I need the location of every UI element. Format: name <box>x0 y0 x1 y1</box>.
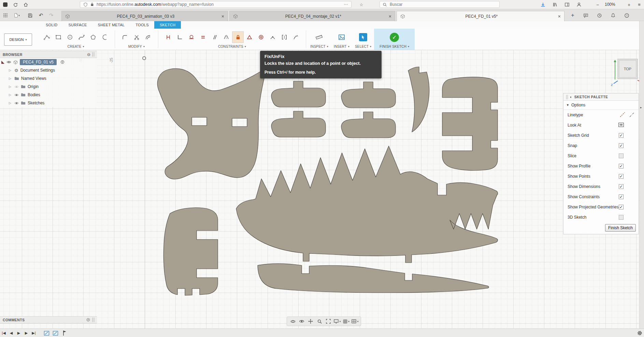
collapse-palette-icon[interactable]: ▸ <box>640 106 642 109</box>
close-tab-icon[interactable]: × <box>558 14 561 19</box>
offset-tool-icon[interactable] <box>142 31 154 43</box>
model-canvas[interactable]: -50 -25 Fix/UnFix <box>0 50 644 328</box>
timeline-position-marker[interactable] <box>62 330 68 336</box>
tab-sheet-metal[interactable]: SHEET METAL <box>92 21 130 29</box>
file-menu-icon[interactable]: ▾ <box>11 12 23 19</box>
sketch-profile-right-bracket[interactable] <box>442 77 498 171</box>
rectangle-tool-icon[interactable] <box>53 31 64 43</box>
search-input[interactable] <box>389 2 497 7</box>
sidebar-toggle-icon[interactable] <box>563 1 571 8</box>
create-menu[interactable]: CREATE▾ <box>67 45 84 48</box>
tangent-constraint-icon[interactable] <box>186 31 197 43</box>
comments-target-icon[interactable] <box>86 318 90 322</box>
visibility-eye-icon[interactable] <box>14 85 19 89</box>
grid-settings-icon[interactable]: ▾ <box>342 317 350 325</box>
fillet-tool-icon[interactable] <box>119 31 131 43</box>
viewports-icon[interactable]: ▾ <box>350 317 359 325</box>
show-constraints-checkbox[interactable] <box>619 194 624 199</box>
reload-icon[interactable] <box>12 1 19 8</box>
zoom-out-icon[interactable]: − <box>594 1 601 8</box>
browser-search-bar[interactable] <box>380 1 500 8</box>
modify-menu[interactable]: MODIFY▾ <box>128 45 145 48</box>
redo-icon[interactable]: ↷ <box>47 12 55 19</box>
visibility-eye-icon[interactable] <box>6 60 11 64</box>
shield-icon[interactable] <box>83 2 88 7</box>
help-icon[interactable] <box>622 12 631 19</box>
sketch-profile-horn[interactable] <box>408 67 429 132</box>
concentric-constraint-icon[interactable] <box>255 31 267 43</box>
new-tab-icon[interactable]: + <box>569 12 577 19</box>
downloads-icon[interactable] <box>539 1 547 8</box>
activate-target-icon[interactable] <box>60 60 65 64</box>
finish-sketch-menu[interactable]: FINISH SKETCH▾ <box>380 45 409 48</box>
finish-sketch-check-icon[interactable]: ✓ <box>389 31 400 43</box>
show-profile-checkbox[interactable] <box>619 164 624 168</box>
timeline-play-icon[interactable]: ▶ <box>16 330 22 336</box>
sketch-profile-foot[interactable] <box>271 81 326 107</box>
orbit-icon[interactable] <box>288 317 297 325</box>
expand-icon[interactable]: ▷ <box>9 69 12 72</box>
browser-app-icon[interactable] <box>1 1 9 8</box>
look-at-icon[interactable] <box>618 122 624 128</box>
timeline-sketch-feature[interactable] <box>44 330 49 336</box>
snap-checkbox[interactable] <box>619 143 624 148</box>
sketch-dimension-icon[interactable] <box>162 31 174 43</box>
arc-tool-icon[interactable] <box>99 31 111 43</box>
timeline-settings-gear-icon[interactable] <box>636 330 643 336</box>
sketch-profile-tail[interactable] <box>258 264 489 293</box>
timeline-sketch-feature[interactable] <box>53 330 58 336</box>
sketch-profile-foot[interactable] <box>271 111 326 137</box>
coincident-constraint-icon[interactable] <box>267 31 278 43</box>
zoom-icon[interactable] <box>315 317 324 325</box>
panel-grip[interactable] <box>92 318 94 322</box>
browser-item-document-settings[interactable]: ▷ ⚙ Document Settings <box>0 66 97 74</box>
tab-solid[interactable]: SOLID <box>40 21 63 29</box>
spline-tool-icon[interactable] <box>76 31 87 43</box>
root-node-label[interactable]: PEC4_FD_01 v5 <box>20 59 57 65</box>
menu-icon[interactable]: ≡ <box>635 1 643 8</box>
fix-unfix-constraint-icon[interactable] <box>232 31 244 43</box>
timeline-step-forward-icon[interactable]: ▶ <box>23 330 29 336</box>
curvature-constraint-icon[interactable] <box>290 31 302 43</box>
sketch-grid-checkbox[interactable] <box>619 133 624 138</box>
show-projected-geometries-checkbox[interactable] <box>619 205 624 209</box>
library-icon[interactable] <box>551 1 559 8</box>
midpoint-constraint-icon[interactable] <box>244 31 255 43</box>
timeline-skip-start-icon[interactable]: |◀ <box>1 330 7 336</box>
show-dimensions-checkbox[interactable] <box>619 184 624 189</box>
home-icon[interactable] <box>22 1 29 8</box>
close-tab-icon[interactable]: × <box>221 14 224 19</box>
sketch-profile-foot[interactable] <box>341 82 396 108</box>
inspect-menu[interactable]: INSPECT▾ <box>310 45 328 48</box>
panel-grip[interactable] <box>566 95 568 99</box>
close-tab-icon[interactable]: × <box>389 14 391 19</box>
zoom-in-icon[interactable]: + <box>625 1 633 8</box>
insert-menu[interactable]: INSERT▾ <box>334 45 349 48</box>
visibility-eye-icon[interactable] <box>14 93 19 97</box>
polygon-tool-icon[interactable] <box>87 31 99 43</box>
look-at-nav-icon[interactable] <box>297 317 306 325</box>
equal-constraint-icon[interactable] <box>197 31 209 43</box>
account-icon[interactable] <box>575 1 583 8</box>
trim-tool-icon[interactable] <box>131 31 142 43</box>
construction-linetype-icon[interactable] <box>619 112 626 118</box>
notifications-bell-icon[interactable] <box>609 12 617 19</box>
document-tab[interactable]: PEC4_FD_04_montaje_02 v1* × <box>229 11 395 21</box>
sketch-pattern-icon[interactable] <box>278 31 290 43</box>
fit-icon[interactable] <box>324 317 333 325</box>
tab-sketch[interactable]: SKETCH <box>154 21 181 29</box>
slice-checkbox[interactable] <box>619 153 624 158</box>
bookmark-star-icon[interactable]: ☆ <box>358 1 365 8</box>
select-tool-icon[interactable] <box>357 31 369 43</box>
sketch-profile-left-bracket[interactable] <box>163 208 218 295</box>
insert-image-icon[interactable] <box>336 31 347 43</box>
measure-tool-icon[interactable] <box>313 31 325 43</box>
undo-icon[interactable]: ↶ <box>37 12 45 19</box>
timeline-skip-end-icon[interactable]: ▶| <box>31 330 37 336</box>
browser-root-node[interactable]: PEC4_FD_01 v5 <box>0 58 97 66</box>
panel-grip[interactable] <box>92 52 94 57</box>
right-scroll-strip[interactable]: ▸ <box>639 21 644 337</box>
url-bar[interactable]: https://fusion.online.autodesk.com/webap… <box>80 1 352 8</box>
3d-sketch-checkbox[interactable] <box>619 215 624 220</box>
select-menu[interactable]: SELECT▾ <box>355 45 371 48</box>
